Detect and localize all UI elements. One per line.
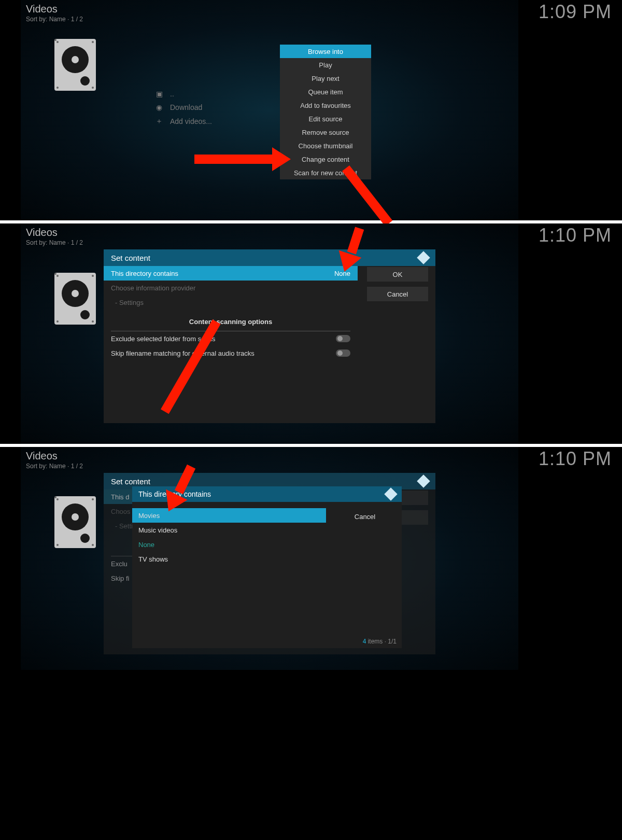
sort-indicator: Sort by: Name · 1 / 2 (26, 239, 83, 246)
toggle[interactable] (336, 335, 350, 342)
dialog-title: Set content (111, 477, 150, 486)
opt-exclude-folder[interactable]: Exclude selected folder from scans (104, 331, 358, 346)
dialog-title-bar: Set content (104, 249, 435, 266)
type-movies[interactable]: Movies (132, 508, 326, 523)
harddisk-icon (54, 496, 96, 548)
ctx-play-next[interactable]: Play next (280, 72, 371, 85)
opt-choose-provider[interactable]: Choose information provider (104, 281, 358, 295)
section-title: Videos (26, 450, 58, 462)
ctx-remove-source[interactable]: Remove source (280, 125, 371, 139)
ctx-add-favourites[interactable]: Add to favourites (280, 99, 371, 112)
toggle[interactable] (336, 349, 350, 357)
sort-indicator: Sort by: Name · 1 / 2 (26, 463, 83, 470)
ok-button[interactable]: OK (367, 267, 428, 282)
file-list: ▣.. ◉Download ＋Add videos... (156, 87, 280, 129)
sort-indicator: Sort by: Name · 1 / 2 (26, 16, 83, 23)
panel-context-menu: Videos Sort by: Name · 1 / 2 1:09 PM ▣..… (21, 0, 518, 220)
cancel-button[interactable]: Cancel (336, 510, 393, 523)
clock: 1:10 PM (539, 448, 612, 470)
clock: 1:10 PM (539, 225, 612, 246)
opt-settings[interactable]: - Settings (104, 295, 362, 310)
panel-select-type: Videos Sort by: Name · 1 / 2 1:10 PM Set… (21, 447, 518, 670)
section-content-scanning: Content scanning options (104, 310, 358, 331)
panel-set-content: Videos Sort by: Name · 1 / 2 1:10 PM Set… (21, 223, 518, 444)
popup-footer: 4 items · 1/1 (132, 638, 397, 645)
list-item-add-videos[interactable]: ＋Add videos... (156, 114, 280, 129)
plus-icon: ＋ (156, 117, 163, 126)
opt-this-directory-contains[interactable]: This directory containsNone (104, 266, 358, 281)
ctx-choose-thumbnail[interactable]: Choose thumbnail (280, 139, 371, 152)
type-none[interactable]: None (132, 537, 326, 552)
section-title: Videos (26, 3, 58, 15)
kodi-icon (419, 477, 428, 486)
ctx-play[interactable]: Play (280, 58, 371, 72)
type-tv-shows[interactable]: TV shows (132, 552, 326, 566)
cancel-button[interactable]: Cancel (367, 287, 428, 301)
section-title: Videos (26, 227, 58, 239)
kodi-icon (419, 253, 428, 262)
ctx-queue-item[interactable]: Queue item (280, 85, 371, 99)
list-item-up[interactable]: ▣.. (156, 87, 280, 101)
disk-icon: ◉ (156, 103, 163, 111)
ctx-edit-source[interactable]: Edit source (280, 112, 371, 125)
harddisk-icon (54, 273, 96, 325)
list-item-download[interactable]: ◉Download (156, 101, 280, 114)
context-menu: Browse into Play Play next Queue item Ad… (280, 45, 371, 179)
ctx-browse-into[interactable]: Browse into (280, 45, 371, 58)
clock: 1:09 PM (539, 1, 612, 23)
folder-icon: ▣ (156, 90, 163, 98)
type-music-videos[interactable]: Music videos (132, 523, 326, 537)
ctx-change-content[interactable]: Change content (280, 152, 371, 166)
dialog-title: Set content (111, 254, 150, 262)
dialog-side-buttons: OK Cancel (367, 267, 428, 306)
kodi-icon (386, 489, 395, 499)
harddisk-icon (54, 39, 96, 91)
opt-skip-filename-matching[interactable]: Skip filename matching for external audi… (104, 346, 358, 360)
